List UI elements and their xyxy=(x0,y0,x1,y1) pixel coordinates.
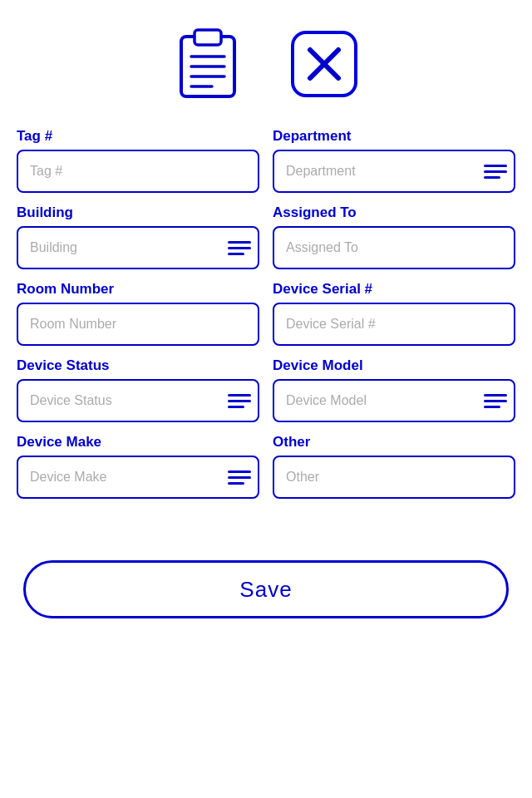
input-building[interactable] xyxy=(17,226,259,269)
input-other[interactable] xyxy=(273,456,515,499)
input-tag[interactable] xyxy=(17,150,259,193)
field-group-device_model: Device Model xyxy=(273,357,515,422)
label-tag: Tag # xyxy=(17,128,259,145)
menu-icon-device_status[interactable] xyxy=(228,394,251,408)
field-group-assigned_to: Assigned To xyxy=(273,204,515,269)
close-button[interactable] xyxy=(291,31,357,97)
input-assigned_to[interactable] xyxy=(273,226,515,269)
input-wrapper-device_serial xyxy=(273,303,515,346)
menu-icon-device_model[interactable] xyxy=(484,394,507,408)
save-button[interactable]: Save xyxy=(23,560,509,618)
field-group-department: Department xyxy=(273,128,515,193)
input-wrapper-building xyxy=(17,226,259,269)
field-group-device_make: Device Make xyxy=(17,434,259,499)
form-container: Tag #DepartmentBuildingAssigned ToRoom N… xyxy=(0,120,532,527)
field-group-other: Other xyxy=(273,434,515,499)
input-wrapper-tag xyxy=(17,150,259,193)
label-assigned_to: Assigned To xyxy=(273,204,515,221)
input-wrapper-department xyxy=(273,150,515,193)
save-button-container: Save xyxy=(0,527,532,643)
input-room_number[interactable] xyxy=(17,303,259,346)
input-device_make[interactable] xyxy=(17,456,259,499)
field-group-device_serial: Device Serial # xyxy=(273,281,515,346)
field-group-device_status: Device Status xyxy=(17,357,259,422)
label-device_status: Device Status xyxy=(17,357,259,374)
input-device_serial[interactable] xyxy=(273,303,515,346)
input-device_status[interactable] xyxy=(17,379,259,422)
label-device_make: Device Make xyxy=(17,434,259,451)
label-department: Department xyxy=(273,128,515,145)
label-other: Other xyxy=(273,434,515,451)
input-device_model[interactable] xyxy=(273,379,515,422)
menu-icon-building[interactable] xyxy=(228,241,251,255)
input-department[interactable] xyxy=(273,150,515,193)
input-wrapper-device_make xyxy=(17,456,259,499)
menu-icon-device_make[interactable] xyxy=(228,470,251,485)
clipboard-icon xyxy=(175,25,241,103)
label-building: Building xyxy=(17,204,259,221)
field-group-building: Building xyxy=(17,204,259,269)
label-device_model: Device Model xyxy=(273,357,515,374)
input-wrapper-device_model xyxy=(273,379,515,422)
menu-icon-department[interactable] xyxy=(484,165,507,179)
label-device_serial: Device Serial # xyxy=(273,281,515,298)
input-wrapper-assigned_to xyxy=(273,226,515,269)
field-group-tag: Tag # xyxy=(17,128,259,193)
field-group-room_number: Room Number xyxy=(17,281,259,346)
svg-rect-1 xyxy=(195,30,221,45)
input-wrapper-device_status xyxy=(17,379,259,422)
input-wrapper-other xyxy=(273,456,515,499)
header xyxy=(0,0,532,120)
label-room_number: Room Number xyxy=(17,281,259,298)
input-wrapper-room_number xyxy=(17,303,259,346)
